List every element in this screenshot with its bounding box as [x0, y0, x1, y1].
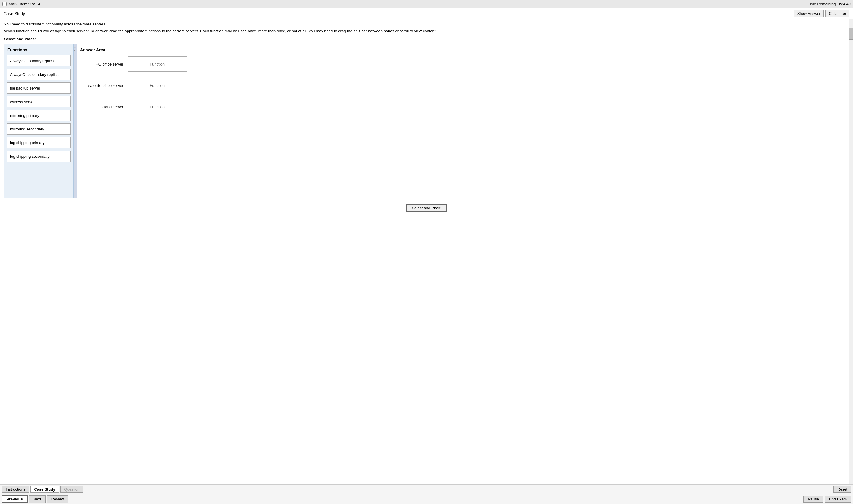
bottom-area: Instructions Case Study Question Reset P… [0, 484, 853, 504]
top-bar: Mark Item 9 of 14 Time Remaining: 0:24:4… [0, 0, 853, 8]
drop-zone-cloud[interactable]: Function [127, 99, 187, 114]
server-label-satellite: satellite office server [80, 83, 127, 88]
select-place-label: Select and Place: [4, 37, 849, 41]
mark-checkbox[interactable] [2, 2, 6, 6]
next-button[interactable]: Next [29, 496, 46, 503]
case-study-label: Case Study [3, 11, 25, 16]
content-area: You need to distribute functionality acr… [0, 19, 853, 484]
answer-row-hq: HQ office server Function [80, 56, 190, 72]
instruction-text-2: Which function should you assign to each… [4, 29, 849, 33]
right-scrollbar[interactable] [849, 19, 853, 484]
nav-bar: Previous Next Review Pause End Exam [0, 494, 853, 504]
top-bar-left: Mark Item 9 of 14 [2, 2, 40, 6]
drop-zone-satellite[interactable]: Function [127, 78, 187, 93]
previous-button[interactable]: Previous [2, 496, 28, 503]
calculator-button[interactable]: Calculator [825, 10, 850, 17]
select-place-btn-row: Select and Place [4, 204, 849, 212]
dnd-container: Functions AlwaysOn primary replica Alway… [4, 44, 194, 198]
function-item[interactable]: AlwaysOn primary replica [7, 55, 71, 67]
review-button[interactable]: Review [47, 496, 69, 503]
header-buttons: Show Answer Calculator [794, 10, 850, 17]
function-item[interactable]: file backup server [7, 83, 71, 94]
time-remaining: Time Remaining: 0:24:49 [807, 2, 851, 6]
tab-instructions[interactable]: Instructions [2, 486, 29, 493]
drop-zone-hq[interactable]: Function [127, 56, 187, 72]
pause-button[interactable]: Pause [803, 496, 823, 503]
nav-bar-left: Previous Next Review [2, 496, 68, 503]
tab-case-study[interactable]: Case Study [30, 486, 59, 493]
answer-row-cloud: cloud server Function [80, 99, 190, 114]
end-exam-button[interactable]: End Exam [824, 496, 851, 503]
server-label-cloud: cloud server [80, 105, 127, 109]
item-info: Item 9 of 14 [20, 2, 40, 6]
function-item[interactable]: mirroring primary [7, 110, 71, 121]
nav-bar-right: Pause End Exam [803, 496, 851, 503]
function-item[interactable]: witness server [7, 96, 71, 107]
tab-question[interactable]: Question [60, 486, 83, 493]
instruction-text-1: You need to distribute functionality acr… [4, 22, 849, 26]
answer-pane: Answer Area HQ office server Function sa… [76, 44, 194, 198]
functions-title: Functions [7, 48, 71, 52]
server-label-hq: HQ office server [80, 62, 127, 67]
header-area: Case Study Show Answer Calculator [0, 8, 853, 19]
resize-dots: · · · [74, 46, 76, 52]
reset-button[interactable]: Reset [833, 486, 851, 493]
select-place-button[interactable]: Select and Place [406, 204, 447, 212]
time-value: 0:24:49 [838, 2, 851, 6]
tab-bar: Instructions Case Study Question Reset [0, 485, 853, 494]
mark-label[interactable]: Mark [9, 2, 18, 6]
scrollbar-thumb[interactable] [849, 28, 853, 40]
function-item[interactable]: log shipping secondary [7, 150, 71, 162]
functions-pane: Functions AlwaysOn primary replica Alway… [4, 44, 74, 198]
time-label: Time Remaining: [807, 2, 837, 6]
answer-title: Answer Area [80, 48, 190, 52]
show-answer-button[interactable]: Show Answer [794, 10, 824, 17]
resize-handle[interactable]: · · · [74, 44, 76, 198]
answer-row-satellite: satellite office server Function [80, 78, 190, 93]
function-item[interactable]: mirroring secondary [7, 123, 71, 134]
function-item[interactable]: AlwaysOn secondary replica [7, 69, 71, 80]
tab-bar-left: Instructions Case Study Question [2, 486, 83, 493]
function-item[interactable]: log shipping primary [7, 137, 71, 148]
